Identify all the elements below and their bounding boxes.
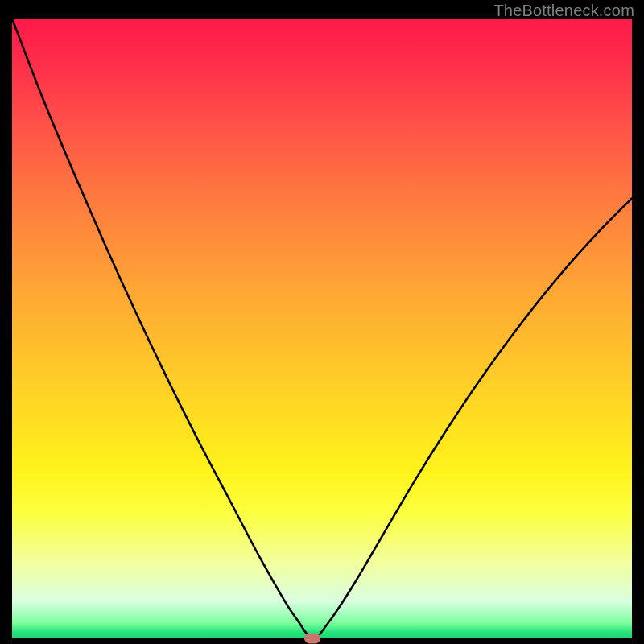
minimum-marker-icon xyxy=(304,634,320,644)
chart-frame xyxy=(12,19,632,638)
watermark-text: TheBottleneck.com xyxy=(493,2,634,20)
bottleneck-curve xyxy=(12,19,632,638)
plot-area xyxy=(12,19,632,638)
